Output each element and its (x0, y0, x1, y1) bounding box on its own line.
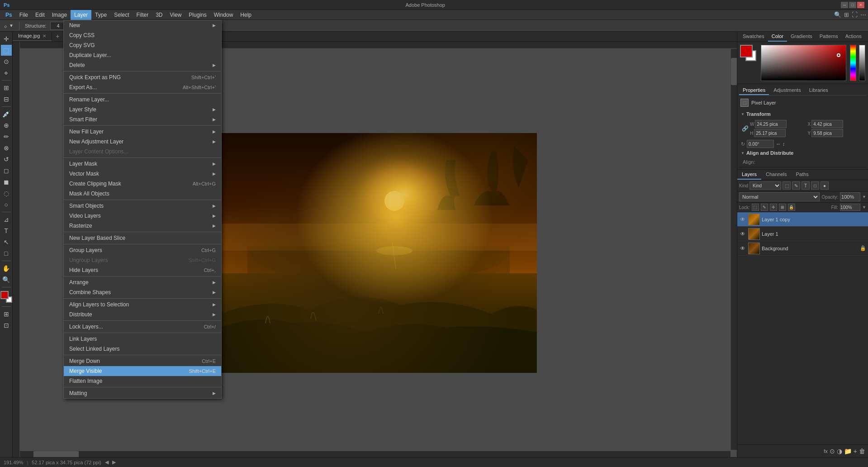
canvas-tab-image[interactable]: Image.jpg ✕ (13, 32, 52, 41)
adjustment-filter-btn[interactable]: ✎ (792, 181, 800, 190)
h-input[interactable] (754, 129, 786, 137)
brightness-strip[interactable] (859, 45, 865, 81)
more-icon[interactable]: ⋯ (860, 11, 866, 18)
foreground-swatch[interactable] (740, 45, 753, 57)
scrollbar-thumb-h[interactable] (33, 451, 79, 457)
menu-item-combine-shapes[interactable]: Combine Shapes ▶ (64, 287, 221, 297)
add-mask-button[interactable]: ⊙ (830, 448, 835, 455)
tool-brush[interactable]: ✏ (1, 131, 12, 142)
lock-move-btn[interactable]: ✛ (770, 204, 777, 211)
minimize-button[interactable]: ─ (841, 2, 848, 8)
tool-crop[interactable]: ⊞ (1, 82, 12, 93)
tool-history[interactable]: ↺ (1, 154, 12, 165)
menu-item-select-linked[interactable]: Select Linked Layers (64, 344, 221, 354)
new-tab-button[interactable]: + (54, 32, 61, 41)
smart-filter-btn[interactable]: ● (821, 181, 829, 190)
scrollbar-vertical[interactable] (730, 49, 737, 450)
menu-item-video-layers[interactable]: Video Layers ▶ (64, 211, 221, 221)
delete-layer-button[interactable]: 🗑 (859, 448, 865, 455)
align-section-header[interactable]: Align and Distribute (739, 149, 866, 157)
x-input[interactable] (811, 120, 843, 128)
menu-item-layer-mask[interactable]: Layer Mask ▶ (64, 159, 221, 169)
menu-item-smart-objects[interactable]: Smart Objects ▶ (64, 201, 221, 211)
tab-gradients[interactable]: Gradients (787, 32, 816, 42)
menu-item-export-as[interactable]: Export As... Alt+Shift+Ctrl+' (64, 82, 221, 92)
tool-options-arrow[interactable]: ▼ (9, 23, 14, 28)
tool-zoom[interactable]: 🔍 (1, 274, 12, 285)
menu-item-vector-mask[interactable]: Vector Mask ▶ (64, 169, 221, 179)
fill-arrow[interactable]: ▼ (862, 205, 866, 210)
menu-item-rasterize[interactable]: Rasterize ▶ (64, 221, 221, 231)
menu-item-matting[interactable]: Matting ▶ (64, 388, 221, 398)
tool-gradient[interactable]: ◼ (1, 176, 12, 187)
tab-actions[interactable]: Actions (842, 32, 865, 42)
menu-item-new-adj[interactable]: New Adjustment Layer ▶ (64, 137, 221, 147)
tool-magic-wand[interactable]: ⋄ (1, 67, 12, 78)
tab-channels[interactable]: Channels (761, 170, 791, 180)
pixel-filter-btn[interactable]: ⬚ (783, 181, 791, 190)
tool-screen-mode[interactable]: ⊞ (1, 309, 12, 319)
menu-item-hide-layers[interactable]: Hide Layers Ctrl+, (64, 265, 221, 275)
layer-eye-2[interactable]: 👁 (739, 245, 746, 252)
opacity-input[interactable] (840, 192, 860, 201)
zoom-icon[interactable]: ⛶ (852, 11, 858, 18)
status-arrow-right[interactable]: ▶ (112, 459, 116, 465)
layer-eye-0[interactable]: 👁 (739, 216, 746, 223)
search-icon[interactable]: 🔍 (834, 11, 841, 18)
menu-view[interactable]: View (166, 10, 185, 20)
folder-button[interactable]: 📁 (844, 448, 852, 455)
tool-path-select[interactable]: ↖ (1, 237, 12, 248)
tool-slice[interactable]: ⊟ (1, 94, 12, 105)
y-input[interactable] (811, 129, 843, 137)
menu-item-copy-svg[interactable]: Copy SVG (64, 40, 221, 50)
tool-eraser[interactable]: ◻ (1, 165, 12, 176)
close-button[interactable]: ✕ (857, 2, 864, 8)
tool-hand[interactable]: ✋ (1, 263, 12, 274)
menu-layer[interactable]: Layer (71, 10, 91, 20)
layer-item-0[interactable]: 👁 Layer 1 copy (737, 212, 868, 227)
menu-item-rename[interactable]: Rename Layer... (64, 95, 221, 105)
menu-window[interactable]: Window (210, 10, 237, 20)
tab-swatches[interactable]: Swatches (739, 32, 768, 42)
tool-stamp[interactable]: ⊗ (1, 143, 12, 153)
tool-pen[interactable]: ⊿ (1, 214, 12, 225)
tab-properties[interactable]: Properties (739, 86, 769, 95)
menu-3d[interactable]: 3D (152, 10, 166, 20)
menu-edit[interactable]: Edit (32, 10, 48, 20)
shape-filter-btn[interactable]: □ (811, 181, 819, 190)
tool-blur[interactable]: ◌ (1, 188, 12, 199)
tab-color[interactable]: Color (768, 32, 787, 42)
menu-item-new-fill[interactable]: New Fill Layer ▶ (64, 127, 221, 137)
foreground-color[interactable] (0, 291, 12, 303)
tab-libraries[interactable]: Libraries (806, 86, 832, 95)
tab-paths[interactable]: Paths (792, 170, 813, 180)
menu-item-flatten[interactable]: Flatten Image (64, 376, 221, 386)
menu-type[interactable]: Type (91, 10, 110, 20)
type-filter-btn[interactable]: T (802, 181, 810, 190)
tool-dodge[interactable]: ○ (1, 199, 12, 210)
menu-item-delete[interactable]: Delete ▶ (64, 60, 221, 70)
opacity-arrow[interactable]: ▼ (862, 195, 866, 199)
menu-item-merge-visible[interactable]: Merge Visible Shift+Ctrl+E (64, 366, 221, 376)
menu-item-copy-css[interactable]: Copy CSS (64, 30, 221, 40)
layer-eye-1[interactable]: 👁 (739, 230, 746, 238)
color-spectrum[interactable] (850, 45, 856, 81)
lock-artboard-btn[interactable]: ⊞ (779, 204, 786, 211)
layer-item-1[interactable]: 👁 Layer 1 (737, 227, 868, 241)
menu-item-clipping-mask[interactable]: Create Clipping Mask Alt+Ctrl+G (64, 179, 221, 189)
scrollbar-horizontal[interactable] (20, 451, 730, 457)
blend-mode-select[interactable]: Normal Multiply Screen Overlay (739, 192, 820, 201)
menu-item-quick-export[interactable]: Quick Export as PNG Shift+Ctrl+' (64, 72, 221, 82)
tool-move[interactable]: ✛ (1, 33, 12, 44)
lock-position-btn[interactable]: ✎ (761, 204, 768, 211)
fill-input[interactable] (840, 204, 860, 211)
tool-extra[interactable]: ⊡ (1, 320, 12, 331)
tool-eyedropper[interactable]: 💉 (1, 109, 12, 119)
menu-item-distribute[interactable]: Distribute ▶ (64, 310, 221, 319)
menu-item-duplicate[interactable]: Duplicate Layer... (64, 50, 221, 60)
menu-item-arrange[interactable]: Arrange ▶ (64, 277, 221, 287)
lock-all-btn[interactable]: 🔒 (788, 204, 795, 211)
menu-item-align-layers[interactable]: Align Layers to Selection ▶ (64, 300, 221, 310)
tool-heal[interactable]: ⊕ (1, 120, 12, 131)
color-picker-handle[interactable] (837, 53, 840, 57)
